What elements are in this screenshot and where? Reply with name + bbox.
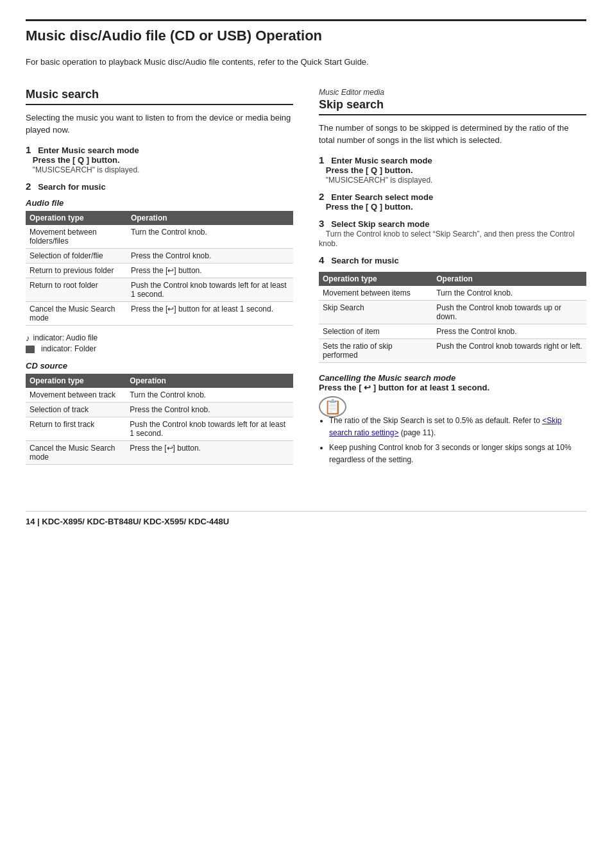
table-row: Sets the ratio of skip performedPush the… xyxy=(319,338,586,362)
folder-icon xyxy=(26,346,35,353)
music-search-title: Music search xyxy=(26,88,293,105)
right-step1: 1 Enter Music search mode Press the [ Q … xyxy=(319,154,586,185)
left-step1-press: Press the [ Q ] button. xyxy=(33,155,120,165)
op-type-cell: Selection of folder/flie xyxy=(26,248,127,263)
op-cell: Turn the Control knob. xyxy=(127,225,293,249)
op-type-cell: Return to first track xyxy=(26,417,126,440)
right-step4-number: 4 xyxy=(319,255,324,265)
cancelling-label: Cancelling the Music search mode xyxy=(319,373,455,383)
left-step1: 1 Enter Music search mode Press the [ Q … xyxy=(26,144,293,174)
table-row: Return to first trackPush the Control kn… xyxy=(26,417,293,440)
op-type-cell: Selection of item xyxy=(319,324,432,338)
table-row: Movement between trackTurn the Control k… xyxy=(26,388,293,403)
right-step2-number: 2 xyxy=(319,191,324,202)
skip-table-header-op-type: Operation type xyxy=(319,272,432,286)
skip-search-desc: The number of songs to be skipped is det… xyxy=(319,122,586,147)
notes-list: The ratio of the Skip Search is set to 0… xyxy=(319,415,586,467)
op-type-cell: Skip Search xyxy=(319,300,432,324)
page-title: Music disc/Audio file (CD or USB) Operat… xyxy=(26,19,586,44)
op-cell: Press the [↩] button for at least 1 seco… xyxy=(127,301,293,325)
left-column: Music search Selecting the music you wan… xyxy=(26,88,293,472)
table-row: Selection of trackPress the Control knob… xyxy=(26,402,293,417)
audio-table-header-op-type: Operation type xyxy=(26,211,127,225)
cd-source-label: CD source xyxy=(26,361,293,371)
audio-file-table: Operation type Operation Movement betwee… xyxy=(26,211,293,326)
op-cell: Push the Control knob towards up or down… xyxy=(432,300,586,324)
op-type-cell: Movement between folders/files xyxy=(26,225,127,249)
op-type-cell: Movement between items xyxy=(319,286,432,301)
right-step2: 2 Enter Search select mode Press the [ Q… xyxy=(319,191,586,212)
left-step1-number: 1 xyxy=(26,144,31,155)
right-step3-desc: Turn the Control knob to select “Skip Se… xyxy=(319,230,575,248)
table-row: Return to previous folderPress the [↩] b… xyxy=(26,263,293,278)
skip-search-table: Operation type Operation Movement betwee… xyxy=(319,272,586,363)
op-cell: Turn the Control knob. xyxy=(432,286,586,301)
left-step1-title: Enter Music search mode xyxy=(38,146,139,155)
table-row: Cancel the Music Search modePress the [↩… xyxy=(26,440,293,464)
op-cell: Push the Control knob towards left for a… xyxy=(127,278,293,301)
right-step2-title: Enter Search select mode xyxy=(331,192,433,202)
table-row: Cancel the Music Search modePress the [↩… xyxy=(26,301,293,325)
op-cell: Push the Control knob towards left for a… xyxy=(126,417,293,440)
indicator-audio-label: indicator: Audio file xyxy=(33,333,98,342)
right-step2-press: Press the [ Q ] button. xyxy=(326,202,413,212)
right-step3: 3 Select Skip search mode Turn the Contr… xyxy=(319,218,586,248)
audio-icon xyxy=(26,333,30,343)
op-type-cell: Return to root folder xyxy=(26,278,127,301)
table-row: Selection of itemPress the Control knob. xyxy=(319,324,586,338)
skip-table-header-op: Operation xyxy=(432,272,586,286)
indicator-folder-line: indicator: Folder xyxy=(26,344,293,353)
left-step2-title: Search for music xyxy=(38,182,106,192)
op-cell: Press the [↩] button. xyxy=(127,263,293,278)
indicator-folder-label: indicator: Folder xyxy=(41,344,96,353)
op-type-cell: Cancel the Music Search mode xyxy=(26,301,127,325)
table-row: Movement between itemsTurn the Control k… xyxy=(319,286,586,301)
skip-search-link[interactable]: <Skip search ratio setting> xyxy=(329,416,562,437)
cd-table-header-op-type: Operation type xyxy=(26,374,126,388)
left-step2-number: 2 xyxy=(26,181,31,192)
cancelling-desc: Press the [ ↩ ] button for at least 1 se… xyxy=(319,383,489,392)
right-step4-title: Search for music xyxy=(331,256,399,265)
op-cell: Press the Control knob. xyxy=(432,324,586,338)
right-column: Music Editor media Skip search The numbe… xyxy=(319,88,586,472)
music-editor-label: Music Editor media xyxy=(319,88,586,97)
page-footer: 14 | KDC-X895/ KDC-BT848U/ KDC-X595/ KDC… xyxy=(26,517,229,526)
right-step1-title: Enter Music search mode xyxy=(331,156,432,165)
op-cell: Push the Control knob towards right or l… xyxy=(432,338,586,362)
cd-source-table: Operation type Operation Movement betwee… xyxy=(26,374,293,465)
table-row: Return to root folderPush the Control kn… xyxy=(26,278,293,301)
op-cell: Press the Control knob. xyxy=(127,248,293,263)
op-cell: Press the Control knob. xyxy=(126,402,293,417)
audio-table-header-op: Operation xyxy=(127,211,293,225)
right-step1-press: Press the [ Q ] button. xyxy=(326,165,413,175)
right-step3-number: 3 xyxy=(319,218,324,229)
indicator-audio-line: indicator: Audio file xyxy=(26,333,293,343)
left-step2: 2 Search for music xyxy=(26,181,293,192)
note-icon-area: 📋 xyxy=(319,399,586,415)
skip-search-title: Skip search xyxy=(319,98,586,115)
op-type-cell: Return to previous folder xyxy=(26,263,127,278)
cd-table-header-op: Operation xyxy=(126,374,293,388)
right-step1-number: 1 xyxy=(319,154,324,165)
music-search-desc: Selecting the music you want to listen t… xyxy=(26,112,293,137)
op-type-cell: Movement between track xyxy=(26,388,126,403)
op-cell: Press the [↩] button. xyxy=(126,440,293,464)
table-row: Skip SearchPush the Control knob towards… xyxy=(319,300,586,324)
op-type-cell: Cancel the Music Search mode xyxy=(26,440,126,464)
cancelling-section: Cancelling the Music search mode Press t… xyxy=(319,373,586,392)
left-step1-note: "MUSICSEARCH" is displayed. xyxy=(33,165,140,174)
audio-file-label: Audio file xyxy=(26,198,293,208)
table-row: Selection of folder/fliePress the Contro… xyxy=(26,248,293,263)
right-step4: 4 Search for music xyxy=(319,255,586,265)
op-cell: Turn the Control knob. xyxy=(126,388,293,403)
op-type-cell: Sets the ratio of skip performed xyxy=(319,338,432,362)
right-step1-note: "MUSICSEARCH" is displayed. xyxy=(326,176,433,185)
list-item: The ratio of the Skip Search is set to 0… xyxy=(329,415,586,439)
op-type-cell: Selection of track xyxy=(26,402,126,417)
list-item: Keep pushing Control knob for 3 seconds … xyxy=(329,442,586,466)
right-step3-title: Select Skip search mode xyxy=(331,219,429,229)
table-row: Movement between folders/filesTurn the C… xyxy=(26,225,293,249)
intro-text: For basic operation to playback Music di… xyxy=(26,56,586,69)
